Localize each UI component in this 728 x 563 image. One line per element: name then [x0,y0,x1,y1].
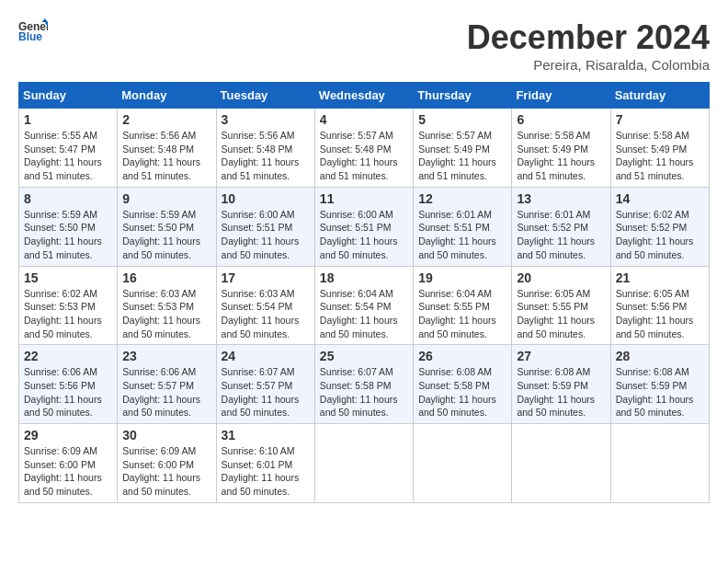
day-number: 23 [122,349,210,363]
day-number: 8 [24,191,112,206]
svg-text:Blue: Blue [18,30,42,43]
calendar-header: SundayMondayTuesdayWednesdayThursdayFrid… [19,83,710,109]
day-info: Sunrise: 6:06 AMSunset: 5:57 PMDaylight:… [122,366,200,418]
calendar-week-row: 8Sunrise: 5:59 AMSunset: 5:50 PMDaylight… [19,187,710,266]
day-number: 1 [24,112,112,127]
calendar-week-row: 22Sunrise: 6:06 AMSunset: 5:56 PMDayligh… [19,345,710,424]
day-number: 25 [320,349,408,363]
day-number: 27 [517,349,605,363]
day-info: Sunrise: 5:57 AMSunset: 5:49 PMDaylight:… [418,130,496,181]
weekday-header-thursday: Thursday [414,83,512,109]
day-info: Sunrise: 6:09 AMSunset: 6:00 PMDaylight:… [24,445,102,497]
day-info: Sunrise: 6:07 AMSunset: 5:58 PMDaylight:… [320,366,398,418]
calendar-day-cell: 20Sunrise: 6:05 AMSunset: 5:55 PMDayligh… [512,266,610,345]
day-info: Sunrise: 6:09 AMSunset: 6:00 PMDaylight:… [122,445,200,497]
day-info: Sunrise: 6:02 AMSunset: 5:52 PMDaylight:… [616,209,694,260]
calendar-day-cell: 16Sunrise: 6:03 AMSunset: 5:53 PMDayligh… [118,266,216,345]
location-subtitle: Pereira, Risaralda, Colombia [467,57,710,73]
day-number: 30 [122,428,210,442]
day-info: Sunrise: 6:01 AMSunset: 5:51 PMDaylight:… [418,209,496,260]
title-block: December 2024 Pereira, Risaralda, Colomb… [467,18,710,73]
calendar-day-cell: 23Sunrise: 6:06 AMSunset: 5:57 PMDayligh… [118,345,216,424]
calendar-day-cell: 3Sunrise: 5:56 AMSunset: 5:48 PMDaylight… [216,109,314,188]
weekday-header-friday: Friday [512,83,610,109]
day-number: 16 [122,270,210,285]
day-info: Sunrise: 6:05 AMSunset: 5:56 PMDaylight:… [616,288,694,339]
calendar-day-cell: 15Sunrise: 6:02 AMSunset: 5:53 PMDayligh… [19,266,118,345]
calendar-day-cell: 19Sunrise: 6:04 AMSunset: 5:55 PMDayligh… [414,266,512,345]
calendar-day-cell: 4Sunrise: 5:57 AMSunset: 5:48 PMDaylight… [314,109,413,188]
day-number: 22 [24,349,112,363]
calendar-table: SundayMondayTuesdayWednesdayThursdayFrid… [18,82,710,503]
calendar-day-cell: 8Sunrise: 5:59 AMSunset: 5:50 PMDaylight… [19,187,118,266]
day-info: Sunrise: 6:07 AMSunset: 5:57 PMDaylight:… [222,366,300,418]
day-number: 14 [616,191,704,206]
day-info: Sunrise: 6:05 AMSunset: 5:55 PMDaylight:… [517,288,595,339]
day-info: Sunrise: 5:58 AMSunset: 5:49 PMDaylight:… [616,130,694,181]
calendar-day-cell: 28Sunrise: 6:08 AMSunset: 5:59 PMDayligh… [610,345,709,424]
day-number: 21 [616,270,704,285]
calendar-day-cell: 6Sunrise: 5:58 AMSunset: 5:49 PMDaylight… [512,109,610,188]
day-number: 15 [24,270,112,285]
page-header: General Blue December 2024 Pereira, Risa… [18,18,710,73]
logo: General Blue [18,18,48,44]
calendar-day-cell: 13Sunrise: 6:01 AMSunset: 5:52 PMDayligh… [512,187,610,266]
day-info: Sunrise: 6:08 AMSunset: 5:59 PMDaylight:… [616,366,694,418]
day-info: Sunrise: 6:03 AMSunset: 5:54 PMDaylight:… [222,288,300,339]
calendar-day-cell: 11Sunrise: 6:00 AMSunset: 5:51 PMDayligh… [314,187,413,266]
day-number: 20 [517,270,605,285]
weekday-header-sunday: Sunday [19,83,118,109]
calendar-day-cell: 1Sunrise: 5:55 AMSunset: 5:47 PMDaylight… [19,109,118,188]
calendar-day-cell [610,424,709,503]
day-info: Sunrise: 5:56 AMSunset: 5:48 PMDaylight:… [122,130,200,181]
day-number: 29 [24,428,112,442]
calendar-week-row: 15Sunrise: 6:02 AMSunset: 5:53 PMDayligh… [19,266,710,345]
day-number: 7 [616,112,704,127]
day-info: Sunrise: 5:58 AMSunset: 5:49 PMDaylight:… [517,130,595,181]
calendar-day-cell: 7Sunrise: 5:58 AMSunset: 5:49 PMDaylight… [610,109,709,188]
calendar-week-row: 1Sunrise: 5:55 AMSunset: 5:47 PMDaylight… [19,109,710,188]
day-info: Sunrise: 6:04 AMSunset: 5:54 PMDaylight:… [320,288,398,339]
calendar-day-cell: 24Sunrise: 6:07 AMSunset: 5:57 PMDayligh… [216,345,314,424]
day-number: 17 [222,270,310,285]
day-number: 2 [122,112,210,127]
day-info: Sunrise: 5:56 AMSunset: 5:48 PMDaylight:… [222,130,300,181]
calendar-day-cell: 9Sunrise: 5:59 AMSunset: 5:50 PMDaylight… [118,187,216,266]
calendar-day-cell: 31Sunrise: 6:10 AMSunset: 6:01 PMDayligh… [216,424,314,503]
calendar-day-cell [414,424,512,503]
day-number: 31 [222,428,310,442]
day-number: 28 [616,349,704,363]
calendar-day-cell: 18Sunrise: 6:04 AMSunset: 5:54 PMDayligh… [314,266,413,345]
calendar-day-cell: 2Sunrise: 5:56 AMSunset: 5:48 PMDaylight… [118,109,216,188]
calendar-day-cell: 5Sunrise: 5:57 AMSunset: 5:49 PMDaylight… [414,109,512,188]
day-info: Sunrise: 6:00 AMSunset: 5:51 PMDaylight:… [320,209,398,260]
calendar-day-cell: 30Sunrise: 6:09 AMSunset: 6:00 PMDayligh… [118,424,216,503]
day-info: Sunrise: 6:04 AMSunset: 5:55 PMDaylight:… [418,288,496,339]
day-info: Sunrise: 6:08 AMSunset: 5:58 PMDaylight:… [418,366,496,418]
day-number: 18 [320,270,408,285]
day-info: Sunrise: 5:59 AMSunset: 5:50 PMDaylight:… [122,209,200,260]
logo-icon: General Blue [18,18,48,44]
calendar-day-cell: 21Sunrise: 6:05 AMSunset: 5:56 PMDayligh… [610,266,709,345]
day-info: Sunrise: 6:10 AMSunset: 6:01 PMDaylight:… [222,445,300,497]
day-info: Sunrise: 5:59 AMSunset: 5:50 PMDaylight:… [24,209,102,260]
day-number: 26 [418,349,506,363]
weekday-header-saturday: Saturday [610,83,709,109]
calendar-day-cell: 29Sunrise: 6:09 AMSunset: 6:00 PMDayligh… [19,424,118,503]
calendar-day-cell: 25Sunrise: 6:07 AMSunset: 5:58 PMDayligh… [314,345,413,424]
month-title: December 2024 [467,18,710,57]
calendar-day-cell [512,424,610,503]
calendar-day-cell: 14Sunrise: 6:02 AMSunset: 5:52 PMDayligh… [610,187,709,266]
day-number: 5 [418,112,506,127]
calendar-day-cell: 26Sunrise: 6:08 AMSunset: 5:58 PMDayligh… [414,345,512,424]
calendar-day-cell: 22Sunrise: 6:06 AMSunset: 5:56 PMDayligh… [19,345,118,424]
calendar-day-cell: 27Sunrise: 6:08 AMSunset: 5:59 PMDayligh… [512,345,610,424]
day-info: Sunrise: 6:03 AMSunset: 5:53 PMDaylight:… [122,288,200,339]
day-info: Sunrise: 6:01 AMSunset: 5:52 PMDaylight:… [517,209,595,260]
day-info: Sunrise: 6:08 AMSunset: 5:59 PMDaylight:… [517,366,595,418]
calendar-day-cell: 17Sunrise: 6:03 AMSunset: 5:54 PMDayligh… [216,266,314,345]
day-info: Sunrise: 6:02 AMSunset: 5:53 PMDaylight:… [24,288,102,339]
day-info: Sunrise: 6:00 AMSunset: 5:51 PMDaylight:… [222,209,300,260]
day-info: Sunrise: 5:57 AMSunset: 5:48 PMDaylight:… [320,130,398,181]
day-number: 13 [517,191,605,206]
